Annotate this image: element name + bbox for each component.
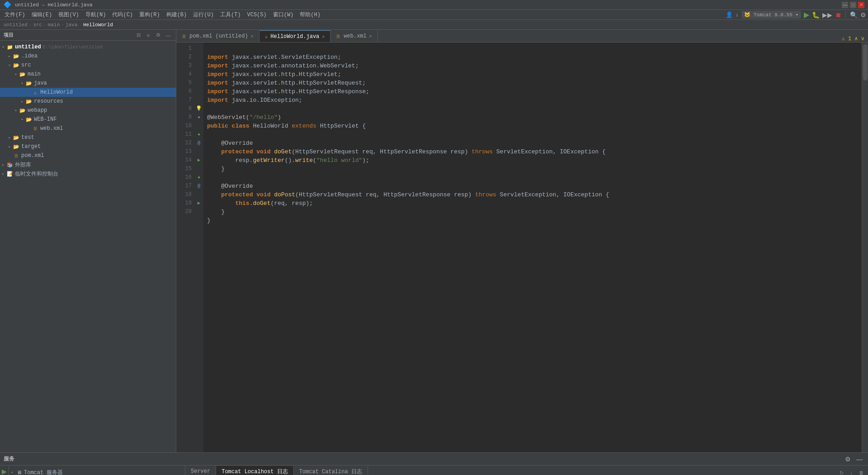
- vcs-icon[interactable]: 👤: [726, 11, 733, 19]
- menu-bar: 文件(F) 编辑(E) 视图(V) 导航(N) 代码(C) 重构(R) 构建(B…: [0, 10, 868, 20]
- log-tab-server[interactable]: Server: [185, 466, 216, 475]
- service-tomcat-server[interactable]: ▾ 🖥 Tomcat 服务器: [9, 467, 185, 475]
- tree-arrow: ▸: [6, 144, 13, 149]
- project-gear-button[interactable]: ⚙: [154, 31, 162, 39]
- run-service-btn[interactable]: ▶: [0, 467, 9, 475]
- folder-icon: 📂: [25, 116, 33, 123]
- editor-area: 🗎 pom.xml (untitled) ✕ ☕ HelloWorld.java…: [176, 30, 868, 452]
- tree-arrow: ▾: [9, 470, 15, 475]
- run-button[interactable]: ▶: [804, 10, 809, 19]
- close-button[interactable]: ✕: [858, 2, 864, 8]
- log-tab-catalina[interactable]: Tomcat Catalina 日志: [294, 466, 368, 475]
- tree-item-scratch[interactable]: ▸ 📝 临时文件和控制台: [0, 169, 176, 178]
- tree-label: target: [21, 143, 41, 150]
- tree-item-pomxml[interactable]: 🗎 pom.xml: [0, 151, 176, 160]
- window-controls: — □ ✕: [842, 2, 864, 8]
- folder-icon: 📂: [13, 143, 20, 150]
- tree-item-java-folder[interactable]: ▾ 📂 java: [0, 79, 176, 88]
- bottom-toolbar-icons: ⚙ —: [843, 454, 864, 464]
- breadcrumb-src[interactable]: src: [33, 22, 42, 28]
- tree-item-test[interactable]: ▸ 📂 test: [0, 133, 176, 142]
- stop-button[interactable]: ⏹: [835, 11, 841, 19]
- menu-build[interactable]: 构建(B): [164, 10, 190, 19]
- tree-label: java: [34, 80, 47, 86]
- bottom-panel-toolbar: 服务 ⚙ —: [0, 453, 868, 466]
- log-tab-server-label: Server: [191, 468, 210, 475]
- tab-webxml[interactable]: 🗎 web.xml ✕: [330, 30, 377, 42]
- debug-button[interactable]: 🐛: [812, 11, 820, 19]
- menu-refactor[interactable]: 重构(R): [137, 10, 163, 19]
- menu-window[interactable]: 窗口(W): [270, 10, 297, 19]
- close-panel-btn[interactable]: —: [854, 454, 864, 464]
- tree-item-main[interactable]: ▾ 📂 main: [0, 70, 176, 79]
- menu-help[interactable]: 帮助(H): [297, 10, 323, 19]
- log-reload-btn[interactable]: ↻: [837, 469, 845, 475]
- tree-label: resources: [34, 98, 63, 104]
- code-content[interactable]: import javax.servlet.ServletException; i…: [203, 43, 862, 452]
- tree-item-src[interactable]: ▾ 📂 src: [0, 61, 176, 70]
- run-coverage-button[interactable]: ▶▶: [822, 11, 832, 19]
- tab-pomxml-close[interactable]: ✕: [251, 33, 254, 39]
- log-tab-localhost[interactable]: Tomcat Localhost 日志: [216, 466, 293, 475]
- menu-vcs[interactable]: VCS(S): [244, 11, 269, 19]
- menu-code[interactable]: 代码(C): [109, 10, 136, 19]
- tree-item-target[interactable]: ▸ 📂 target: [0, 142, 176, 151]
- folder-icon: 📂: [13, 62, 20, 69]
- services-panel-title: 服务: [4, 455, 14, 463]
- breadcrumb-java[interactable]: java: [66, 22, 77, 28]
- bottom-panel: 服务 ⚙ — ▶ ≡ ⊟ ⊞ ▼ + ▾ 🖥 Tomcat 服务器: [0, 452, 868, 475]
- settings-icon-btn[interactable]: ⚙: [843, 454, 853, 464]
- tree-label: 临时文件和控制台: [15, 170, 58, 178]
- log-clear-btn[interactable]: 🗑: [857, 469, 865, 475]
- tree-item-webapp[interactable]: ▾ 📂 webapp: [0, 106, 176, 115]
- service-label: Tomcat 服务器: [24, 469, 63, 475]
- editor-scrollbar[interactable]: [862, 43, 868, 452]
- breadcrumb-helloworld[interactable]: HelloWorld: [83, 22, 113, 28]
- tree-arrow: ▸: [19, 99, 25, 104]
- folder-icon: 📂: [25, 98, 33, 105]
- code-editor[interactable]: 12345 678910 1112131415 1617181920 💡 ● ●…: [176, 43, 868, 452]
- menu-file[interactable]: 文件(F): [2, 10, 28, 19]
- tab-webxml-close[interactable]: ✕: [369, 33, 372, 39]
- maximize-button[interactable]: □: [850, 2, 856, 8]
- tree-item-untitled[interactable]: ▾ 📁 untitled E:\idea\files\untitled: [0, 43, 176, 52]
- title-bar: 🔷 untitled – HelloWorld.java — □ ✕: [0, 0, 868, 10]
- tree-item-helloworld[interactable]: ☕ HelloWorld: [0, 88, 176, 97]
- scrollbar-thumb[interactable]: [863, 44, 868, 81]
- search-everywhere-button[interactable]: 🔍: [850, 11, 858, 19]
- run-config: 🐱 Tomcat 9.0.55 ▾: [741, 11, 801, 19]
- breadcrumb-bar: untitled › src › main › java › HelloWorl…: [0, 20, 868, 30]
- project-collapse-all-button[interactable]: ⊟: [134, 31, 142, 39]
- tree-arrow: ▾: [0, 45, 6, 50]
- tree-item-external-libs[interactable]: ▸ 📚 外部库: [0, 160, 176, 169]
- settings-button[interactable]: ⚙: [860, 11, 866, 19]
- project-settings-button[interactable]: ≡: [144, 31, 152, 39]
- tab-helloworldjava[interactable]: ☕ HelloWorld.java ✕: [259, 30, 331, 42]
- tab-java-close[interactable]: ✕: [322, 34, 325, 39]
- menu-tools[interactable]: 工具(T): [217, 10, 244, 19]
- module-icon: 📁: [6, 43, 14, 51]
- tree-item-idea[interactable]: ▸ 📂 .idea: [0, 52, 176, 61]
- menu-run[interactable]: 运行(U): [190, 10, 217, 19]
- java-file-icon: ☕: [32, 89, 39, 96]
- tree-item-resources[interactable]: ▸ 📂 resources: [0, 97, 176, 106]
- services-tree: ▾ 🖥 Tomcat 服务器 ▾ 📂 已完成 ▾ 🐱 Tomcat 9.0.55…: [9, 466, 185, 475]
- update-icon[interactable]: ↓: [736, 11, 739, 18]
- breadcrumb-untitled[interactable]: untitled: [4, 22, 28, 28]
- tree-item-webxml[interactable]: 🗎 web.xml: [0, 124, 176, 133]
- project-close-button[interactable]: —: [164, 31, 172, 39]
- tree-item-webinf[interactable]: ▾ 📂 WEB-INF: [0, 115, 176, 124]
- tab-pomxml[interactable]: 🗎 pom.xml (untitled) ✕: [176, 30, 259, 42]
- menu-navigate[interactable]: 导航(N): [83, 10, 109, 19]
- minimize-button[interactable]: —: [842, 2, 848, 8]
- folder-icon: 📂: [13, 52, 20, 60]
- project-panel: 项目 ⊟ ≡ ⚙ — ▾ 📁 untitled E:\idea\files\un…: [0, 30, 176, 452]
- log-scroll-btn[interactable]: ↓: [847, 469, 855, 475]
- xml-icon: 🗎: [32, 125, 39, 132]
- breadcrumb-main[interactable]: main: [48, 22, 60, 28]
- menu-edit[interactable]: 编辑(E): [29, 10, 55, 19]
- xml-icon: 🗎: [13, 152, 20, 159]
- menu-view[interactable]: 视图(V): [56, 10, 82, 19]
- main-layout: 项目 ⊟ ≡ ⚙ — ▾ 📁 untitled E:\idea\files\un…: [0, 30, 868, 452]
- project-header: 项目 ⊟ ≡ ⚙ —: [0, 30, 176, 41]
